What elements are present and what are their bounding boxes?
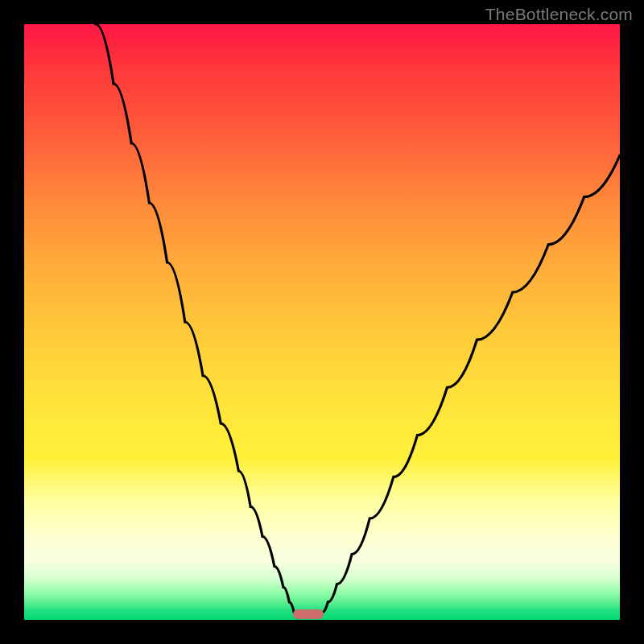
watermark-text: TheBottleneck.com	[485, 5, 633, 24]
outer-frame: TheBottleneck.com	[0, 0, 644, 644]
plot-area	[24, 24, 620, 620]
bottleneck-curve	[24, 24, 620, 620]
optimal-marker	[293, 609, 324, 619]
